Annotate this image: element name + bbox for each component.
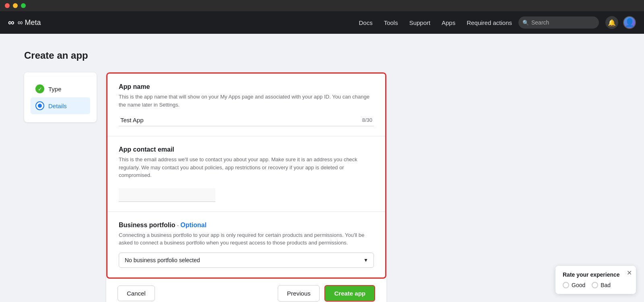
optional-label: Optional [180,222,206,228]
business-portfolio-title: Business portfolio · Optional [119,222,374,229]
navbar: ∞ ∞ Meta Docs Tools Support Apps Require… [0,11,644,34]
search-icon: 🔍 [522,20,529,26]
rate-bad-label: Bad [601,282,611,288]
business-portfolio-section: Business portfolio · Optional Connecting… [107,212,385,277]
app-name-title: App name [119,83,374,90]
main-content: Create an app ✓ Type Details App name Th… [0,34,644,302]
form-container: ✓ Type Details App name This is the app … [24,72,386,302]
nav-docs[interactable]: Docs [359,19,372,26]
meta-logo[interactable]: ∞ ∞ Meta [8,17,41,28]
cancel-button[interactable]: Cancel [118,286,155,301]
nav-links: Docs Tools Support Apps Required actions [359,19,512,26]
rate-options: Good Bad [563,282,629,288]
app-name-input[interactable] [120,117,362,123]
page-title: Create an app [24,50,620,61]
previous-button[interactable]: Previous [278,285,320,302]
char-count: 8/30 [362,117,372,123]
business-portfolio-desc: Connecting a business portfolio to your … [119,231,374,247]
avatar[interactable]: 👤 [623,16,636,29]
minimize-button[interactable] [13,3,18,8]
rate-good-option[interactable]: Good [563,282,585,288]
nav-tools[interactable]: Tools [384,19,398,26]
search-wrapper: 🔍 [518,16,599,29]
business-portfolio-select[interactable]: No business portfolio selected [119,253,374,268]
app-contact-email-section: App contact email This is the email addr… [107,136,385,212]
app-contact-email-title: App contact email [119,146,374,153]
action-bar: Cancel Previous Create app [106,279,386,302]
step-details-label: Details [48,103,67,109]
rate-good-label: Good [572,282,585,288]
avatar-image: 👤 [625,18,635,27]
close-icon[interactable]: ✕ [627,269,632,277]
app-name-section: App name This is the app name that will … [107,74,385,136]
radio-bad [592,282,598,288]
rate-experience-title: Rate your experience [563,271,629,278]
step-type[interactable]: ✓ Type [31,80,90,97]
titlebar [0,0,644,11]
app-contact-email-desc: This is the email address we'll use to c… [119,156,374,179]
step-details[interactable]: Details [31,97,90,114]
close-button[interactable] [5,3,10,8]
select-wrapper: No business portfolio selected ▼ [119,253,374,268]
btn-group: Previous Create app [278,285,375,302]
bell-icon: 🔔 [608,19,616,27]
rate-bad-option[interactable]: Bad [592,282,611,288]
form-inner: App name This is the app name that will … [106,72,386,279]
nav-support[interactable]: Support [409,19,431,26]
app-name-input-row: 8/30 [119,114,374,126]
radio-good [563,282,569,288]
logo-icon: ∞ [8,17,14,28]
search-input[interactable] [518,16,599,29]
rate-experience-box: ✕ Rate your experience Good Bad [555,266,636,294]
nav-apps[interactable]: Apps [442,19,455,26]
active-icon [35,101,44,110]
create-app-button[interactable]: Create app [324,285,375,302]
notification-bell[interactable]: 🔔 [605,16,618,29]
logo-text: ∞ Meta [18,18,41,27]
step-type-label: Type [48,86,62,92]
app-contact-email-input[interactable] [119,188,215,202]
nav-required-actions[interactable]: Required actions [466,19,512,26]
maximize-button[interactable] [21,3,26,8]
steps-sidebar: ✓ Type Details [24,72,97,122]
nav-icons: 🔔 👤 [605,16,636,29]
form-panel: App name This is the app name that will … [106,72,386,302]
check-icon: ✓ [35,84,44,93]
app-name-desc: This is the app name that will show on y… [119,93,374,109]
